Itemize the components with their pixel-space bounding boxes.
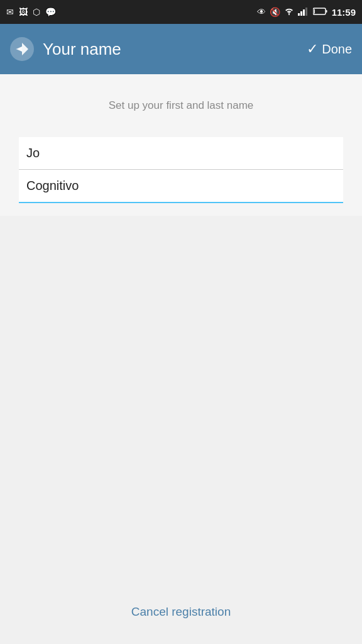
status-icons-left: ✉ 🖼 ⬡ 💬: [6, 7, 56, 17]
done-label: Done: [322, 42, 352, 57]
svg-rect-1: [300, 11, 302, 16]
email-icon: ✉: [6, 7, 14, 17]
svg-rect-0: [298, 13, 300, 16]
cancel-registration-button[interactable]: Cancel registration: [131, 605, 231, 618]
signal-icon: [298, 7, 309, 18]
mute-icon: 🔇: [270, 7, 280, 17]
toolbar-left: Your name: [10, 37, 121, 61]
last-name-input[interactable]: [19, 170, 343, 203]
battery-icon: [313, 7, 328, 18]
telegram-icon: [10, 37, 34, 61]
svg-rect-5: [326, 10, 327, 13]
wifi-icon: [284, 7, 294, 18]
cancel-area: Cancel registration: [0, 605, 362, 619]
toolbar: Your name ✓ Done: [0, 24, 362, 74]
image-icon: 🖼: [19, 7, 28, 17]
main-content: Set up your first and last name: [0, 74, 362, 216]
svg-rect-2: [303, 9, 305, 16]
done-button[interactable]: ✓ Done: [307, 41, 352, 57]
status-icons-right: 👁 🔇 11:59: [257, 7, 356, 18]
eye-icon: 👁: [257, 7, 266, 17]
toolbar-title: Your name: [43, 40, 121, 59]
form-container: [19, 137, 343, 203]
svg-rect-6: [314, 9, 315, 13]
first-name-input[interactable]: [19, 137, 343, 170]
status-bar: ✉ 🖼 ⬡ 💬 👁 🔇: [0, 0, 362, 24]
dropbox-icon: ⬡: [33, 7, 40, 17]
done-check-icon: ✓: [307, 41, 318, 57]
subtitle-text: Set up your first and last name: [13, 99, 349, 112]
chat-icon: 💬: [45, 7, 56, 17]
clock: 11:59: [332, 7, 356, 18]
svg-rect-3: [305, 8, 307, 16]
